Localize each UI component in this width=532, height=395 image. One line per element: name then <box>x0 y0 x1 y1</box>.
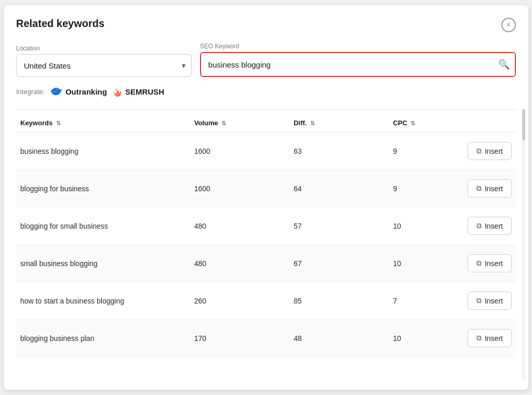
search-icon: 🔍 <box>498 59 510 70</box>
cell-keyword: blogging for business <box>16 170 190 207</box>
panel-title: Related keywords <box>16 18 104 30</box>
semrush-flame-icon <box>113 86 123 97</box>
insert-copy-icon: ⧉ <box>476 296 482 305</box>
insert-button-label: Insert <box>485 297 503 305</box>
integrate-row: Integrate: Outranking SEMRUSH <box>16 86 516 97</box>
cell-diff: 57 <box>289 207 389 245</box>
table-row: blogging for small business4805710⧉Inser… <box>16 207 516 245</box>
cell-action: ⧉Insert <box>463 320 516 357</box>
insert-copy-icon: ⧉ <box>476 221 482 230</box>
controls-row: Location United States United Kingdom Ca… <box>16 43 516 77</box>
volume-sort-icon[interactable]: ⇅ <box>221 120 226 127</box>
diff-sort-icon[interactable]: ⇅ <box>310 120 315 127</box>
insert-copy-icon: ⧉ <box>476 184 482 193</box>
related-keywords-panel: Related keywords × Location United State… <box>4 5 528 390</box>
cell-cpc: 9 <box>389 133 463 170</box>
keyword-input[interactable] <box>201 53 515 76</box>
insert-copy-icon: ⧉ <box>476 334 482 343</box>
keywords-table: Keywords ⇅ Volume ⇅ Diff. ⇅ CPC ⇅ bus <box>16 114 516 357</box>
insert-button[interactable]: ⧉Insert <box>468 254 512 272</box>
cell-action: ⧉Insert <box>463 207 516 245</box>
outranking-text: Outranking <box>65 87 107 96</box>
semrush-logo[interactable]: SEMRUSH <box>113 86 164 97</box>
cell-diff: 63 <box>289 133 389 170</box>
th-keywords: Keywords ⇅ <box>16 114 190 133</box>
cell-action: ⧉Insert <box>463 282 516 320</box>
insert-copy-icon: ⧉ <box>476 259 482 268</box>
cell-cpc: 7 <box>389 282 463 320</box>
cell-diff: 85 <box>289 282 389 320</box>
insert-button-label: Insert <box>485 185 503 193</box>
table-row: blogging for business1600649⧉Insert <box>16 170 516 207</box>
close-button[interactable]: × <box>501 18 516 32</box>
insert-button[interactable]: ⧉Insert <box>468 179 512 198</box>
table-row: small business blogging4806710⧉Insert <box>16 245 516 282</box>
cell-diff: 67 <box>289 245 389 282</box>
insert-button-label: Insert <box>485 222 503 230</box>
close-icon: × <box>506 21 511 29</box>
cell-cpc: 10 <box>389 320 463 357</box>
keyword-input-wrapper: 🔍 <box>200 52 516 77</box>
cell-action: ⧉Insert <box>463 245 516 282</box>
table-row: blogging business plan1704810⧉Insert <box>16 320 516 357</box>
insert-button-label: Insert <box>485 259 503 268</box>
cell-volume: 260 <box>190 282 289 320</box>
cell-keyword: blogging business plan <box>16 320 190 357</box>
th-keywords-label: Keywords <box>20 119 52 127</box>
table-row: how to start a business blogging260857⧉I… <box>16 282 516 320</box>
th-action <box>463 114 516 133</box>
divider <box>16 109 516 110</box>
table-header: Keywords ⇅ Volume ⇅ Diff. ⇅ CPC ⇅ <box>16 114 516 133</box>
cell-volume: 1600 <box>190 170 289 207</box>
search-button[interactable]: 🔍 <box>498 60 510 69</box>
insert-button[interactable]: ⧉Insert <box>468 292 512 310</box>
cell-action: ⧉Insert <box>463 170 516 207</box>
cell-volume: 480 <box>190 245 289 282</box>
insert-button[interactable]: ⧉Insert <box>468 329 512 347</box>
cell-volume: 170 <box>190 320 289 357</box>
table-header-row: Keywords ⇅ Volume ⇅ Diff. ⇅ CPC ⇅ <box>16 114 516 133</box>
cell-cpc: 10 <box>389 207 463 245</box>
cell-action: ⧉Insert <box>463 133 516 170</box>
th-cpc: CPC ⇅ <box>389 114 463 133</box>
cell-diff: 48 <box>289 320 389 357</box>
cell-cpc: 9 <box>389 170 463 207</box>
integrate-label: Integrate: <box>16 88 45 96</box>
cell-volume: 480 <box>190 207 289 245</box>
insert-button-label: Insert <box>485 334 503 343</box>
cell-keyword: small business blogging <box>16 245 190 282</box>
location-group: Location United States United Kingdom Ca… <box>16 45 192 77</box>
th-cpc-label: CPC <box>393 119 407 127</box>
cell-volume: 1600 <box>190 133 289 170</box>
keywords-sort-icon[interactable]: ⇅ <box>56 120 61 127</box>
th-diff-label: Diff. <box>294 119 307 127</box>
scrollbar-thumb[interactable] <box>522 109 525 140</box>
th-volume: Volume ⇅ <box>190 114 289 133</box>
scrollbar-track[interactable] <box>522 109 525 379</box>
location-select[interactable]: United States United Kingdom Canada Aust… <box>16 54 192 77</box>
cell-keyword: business blogging <box>16 133 190 170</box>
table-row: business blogging1600639⧉Insert <box>16 133 516 170</box>
keyword-group: SEO Keyword 🔍 <box>200 43 516 77</box>
cell-diff: 64 <box>289 170 389 207</box>
insert-button[interactable]: ⧉Insert <box>468 142 512 160</box>
keyword-label: SEO Keyword <box>200 43 516 50</box>
th-volume-label: Volume <box>194 119 218 127</box>
outranking-bird-icon <box>51 87 62 96</box>
outranking-logo[interactable]: Outranking <box>51 87 107 96</box>
cpc-sort-icon[interactable]: ⇅ <box>410 120 415 127</box>
th-diff: Diff. ⇅ <box>289 114 389 133</box>
insert-button[interactable]: ⧉Insert <box>468 217 512 235</box>
cell-keyword: blogging for small business <box>16 207 190 245</box>
insert-copy-icon: ⧉ <box>476 147 482 155</box>
table-body: business blogging1600639⧉Insertblogging … <box>16 133 516 357</box>
cell-keyword: how to start a business blogging <box>16 282 190 320</box>
location-select-wrapper: United States United Kingdom Canada Aust… <box>16 54 192 77</box>
location-label: Location <box>16 45 192 52</box>
cell-cpc: 10 <box>389 245 463 282</box>
semrush-text: SEMRUSH <box>125 87 164 96</box>
insert-button-label: Insert <box>485 147 503 155</box>
panel-header: Related keywords × <box>16 18 516 32</box>
